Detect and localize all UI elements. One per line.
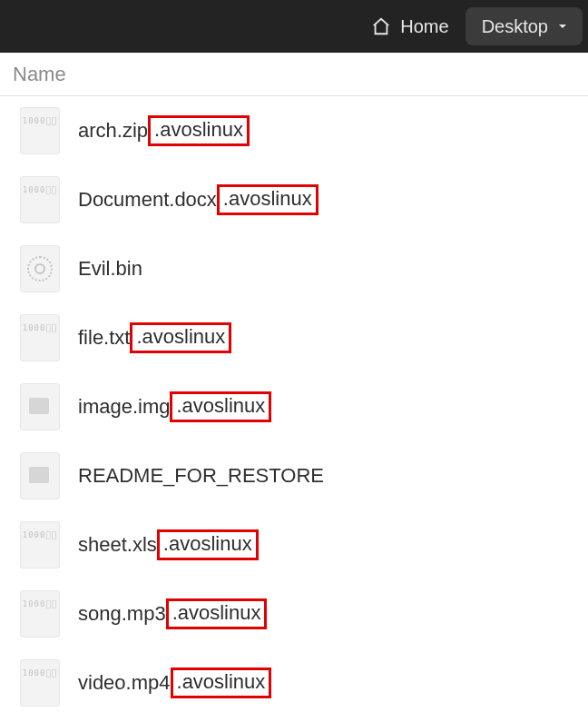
file-name-base: image.img <box>78 395 170 419</box>
note-file-icon <box>20 383 60 430</box>
file-row[interactable]: Evil.bin <box>0 234 588 303</box>
file-name: video.mp4.avoslinux <box>78 668 271 698</box>
file-row[interactable]: sheet.xls.avoslinux <box>0 510 588 579</box>
file-name: Evil.bin <box>78 257 142 281</box>
file-name-extension-highlight: .avoslinux <box>166 598 268 629</box>
binary-file-icon <box>20 521 60 569</box>
binary-file-icon <box>20 314 60 361</box>
file-name: file.txt.avoslinux <box>78 322 231 353</box>
note-file-icon <box>20 452 60 499</box>
file-name-base: file.txt <box>78 326 130 350</box>
file-row[interactable]: video.mp4.avoslinux <box>0 648 588 712</box>
file-name: sheet.xls.avoslinux <box>78 529 259 560</box>
file-name-base: song.mp3 <box>78 602 166 626</box>
column-header-label: Name <box>13 63 66 86</box>
gear-file-icon <box>20 245 60 292</box>
file-name: README_FOR_RESTORE <box>78 464 324 488</box>
file-name-base: Document.docx <box>78 188 217 212</box>
file-row[interactable]: arch.zip.avoslinux <box>0 96 588 165</box>
binary-file-icon <box>20 176 60 223</box>
file-row[interactable]: image.img.avoslinux <box>0 372 588 441</box>
file-name-extension-highlight: .avoslinux <box>157 529 259 560</box>
file-row[interactable]: README_FOR_RESTORE <box>0 441 588 510</box>
home-label: Home <box>400 16 448 37</box>
file-name-base: sheet.xls <box>78 533 157 557</box>
home-icon <box>371 16 391 36</box>
file-name: Document.docx.avoslinux <box>78 184 318 215</box>
location-dropdown[interactable]: Desktop <box>466 7 583 45</box>
file-name-extension-highlight: .avoslinux <box>217 184 318 215</box>
binary-file-icon <box>20 590 60 638</box>
column-header-name[interactable]: Name <box>0 53 588 96</box>
file-name-extension-highlight: .avoslinux <box>171 668 272 698</box>
file-name: arch.zip.avoslinux <box>78 115 250 146</box>
file-list: arch.zip.avoslinuxDocument.docx.avoslinu… <box>0 96 588 712</box>
file-name-base: arch.zip <box>78 119 148 143</box>
file-row[interactable]: song.mp3.avoslinux <box>0 579 588 648</box>
chevron-down-icon <box>555 19 570 34</box>
file-name-base: Evil.bin <box>78 257 142 281</box>
file-name-base: video.mp4 <box>78 671 171 695</box>
location-label: Desktop <box>482 16 548 37</box>
binary-file-icon <box>20 107 60 154</box>
home-button[interactable]: Home <box>362 7 463 45</box>
file-name: image.img.avoslinux <box>78 391 271 422</box>
file-row[interactable]: Document.docx.avoslinux <box>0 165 588 234</box>
file-name: song.mp3.avoslinux <box>78 598 267 629</box>
file-name-extension-highlight: .avoslinux <box>130 322 231 353</box>
file-row[interactable]: file.txt.avoslinux <box>0 303 588 372</box>
binary-file-icon <box>20 659 60 707</box>
file-name-extension-highlight: .avoslinux <box>148 115 250 146</box>
path-toolbar: Home Desktop <box>0 0 588 53</box>
file-name-extension-highlight: .avoslinux <box>170 391 271 422</box>
file-name-base: README_FOR_RESTORE <box>78 464 324 488</box>
